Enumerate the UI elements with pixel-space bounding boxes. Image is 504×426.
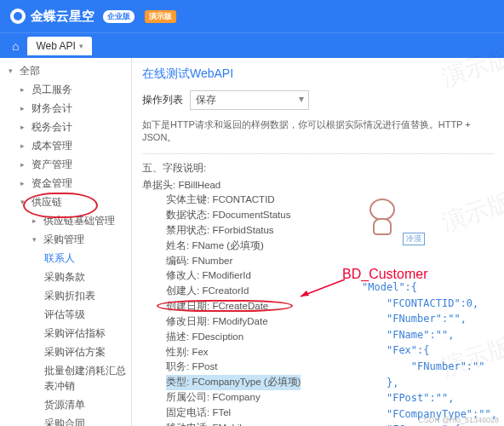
tree-supply[interactable]: ▾供应链 bbox=[0, 193, 131, 211]
description-text: 如下是HTTP请求和返回的样例数据，你可以根据实际情况进行值替换。HTTP + … bbox=[142, 118, 494, 145]
tree-purchase-child[interactable]: 采购折扣表 bbox=[0, 286, 131, 305]
tree-purchase-child[interactable]: 采购评估指标 bbox=[0, 324, 131, 343]
chevron-down-icon: ▾ bbox=[79, 42, 83, 50]
field-line: 编码: FNumber bbox=[142, 254, 494, 269]
mascot-image bbox=[362, 199, 403, 246]
tree-group[interactable]: ▸资产管理 bbox=[0, 155, 131, 174]
brand-text: 金蝶云星空 bbox=[31, 9, 94, 25]
operation-select[interactable]: 保存 bbox=[190, 90, 309, 110]
tree-purchase-child[interactable]: 采购条款 bbox=[0, 268, 131, 286]
brand-icon bbox=[10, 9, 26, 24]
mode-badge: 演示版 bbox=[145, 10, 176, 23]
header-row: 单据头: FBillHead bbox=[142, 178, 494, 193]
sidebar-tree[interactable]: ▾全部 ▸员工服务▸财务会计▸税务会计▸成本管理▸资产管理▸资金管理 ▾供应链 … bbox=[0, 58, 132, 426]
content-title: 在线测试WebAPI bbox=[142, 66, 494, 82]
home-icon[interactable]: ⌂ bbox=[12, 39, 19, 53]
field-line: 禁用状态: FForbidStatus bbox=[142, 223, 494, 239]
tree-supply-basic[interactable]: ▸供应链基础管理 bbox=[0, 211, 131, 230]
tree-root[interactable]: ▾全部 bbox=[0, 61, 131, 80]
tab-label: Web API bbox=[36, 40, 75, 52]
app-header: 金蝶云星空 企业版 演示版 bbox=[0, 0, 504, 32]
field-line: 姓名: FName (必填项) bbox=[142, 239, 494, 254]
tree-group[interactable]: ▸员工服务 bbox=[0, 80, 131, 99]
tree-group[interactable]: ▸资金管理 bbox=[0, 174, 131, 193]
field-line: 数据状态: FDocumentStatus bbox=[142, 208, 494, 223]
tree-purchase-child[interactable]: 采购合同 bbox=[0, 414, 131, 426]
tree-purchase-child[interactable]: 货源清单 bbox=[0, 395, 131, 414]
sub-header: ⌂ Web API ▾ bbox=[0, 32, 504, 58]
tree-group[interactable]: ▸财务会计 bbox=[0, 99, 131, 118]
field-line: 实体主键: FCONTACTID bbox=[142, 193, 494, 208]
brand-area: 金蝶云星空 企业版 演示版 bbox=[10, 9, 176, 25]
section-header: 五、字段说明: bbox=[142, 161, 494, 176]
tree-purchase-child[interactable]: 评估等级 bbox=[0, 305, 131, 324]
tree-purchase-child[interactable]: 批量创建消耗汇总表冲销 bbox=[0, 361, 131, 395]
divider bbox=[142, 153, 494, 154]
tree-group[interactable]: ▸税务会计 bbox=[0, 118, 131, 136]
tree-contact-selected[interactable]: 联系人 bbox=[0, 249, 131, 268]
tree-purchase[interactable]: ▾采购管理 bbox=[0, 230, 131, 249]
op-label: 操作列表 bbox=[142, 93, 183, 107]
mascot-label: 冷漠 bbox=[403, 233, 425, 245]
main-area: ▾全部 ▸员工服务▸财务会计▸税务会计▸成本管理▸资产管理▸资金管理 ▾供应链 … bbox=[0, 58, 504, 426]
tree-purchase-child[interactable]: 采购评估方案 bbox=[0, 343, 131, 361]
operation-row: 操作列表 保存 bbox=[142, 90, 494, 110]
content-panel: 在线测试WebAPI 操作列表 保存 如下是HTTP请求和返回的样例数据，你可以… bbox=[132, 58, 504, 426]
footer-credit: CSDN @mo_51346028 bbox=[418, 416, 499, 424]
tree-group[interactable]: ▸成本管理 bbox=[0, 136, 131, 155]
tab-webapi[interactable]: Web API ▾ bbox=[27, 37, 91, 55]
json-sample-overlay: "Model":{ "FCONTACTID":0, "FNumber":"", … bbox=[362, 279, 497, 426]
edition-badge: 企业版 bbox=[103, 10, 135, 23]
